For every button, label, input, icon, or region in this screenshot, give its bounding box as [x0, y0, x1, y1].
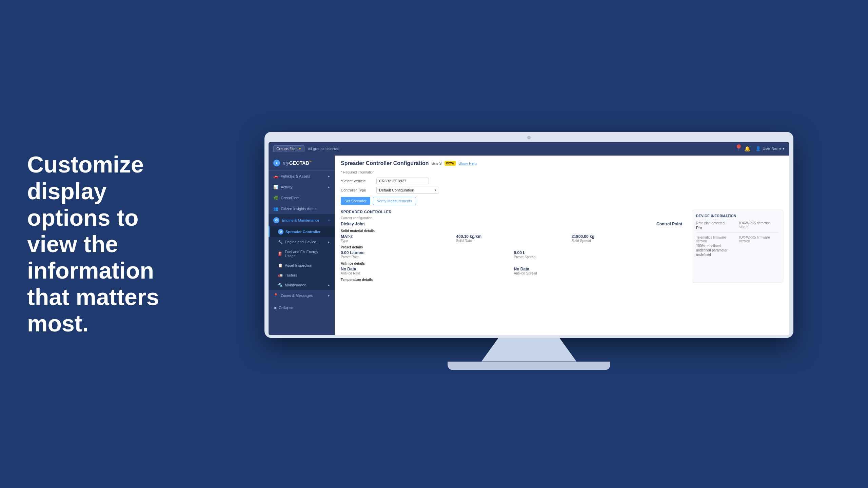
preset-rate-label: Preset Rate [341, 255, 509, 259]
anti-ice-spread-label: Anti-ice Spread [514, 271, 683, 275]
camera-dot [527, 136, 531, 139]
controller-form-row: Controller Type Default Configuration ▼ [341, 187, 783, 194]
vehicle-form-row: *Select Vehicle [341, 178, 783, 184]
iox-detection-label: IOX-WRK5 detection status [739, 221, 779, 229]
telematics-fw-label: Telematics firmware version [696, 236, 736, 243]
user-menu-button[interactable]: 👤 User Name ▾ [755, 146, 785, 151]
top-nav-bar: Groups filter ▼ All groups selected ? 1 … [269, 142, 789, 156]
sidebar-item-label: GreenFleet [281, 196, 299, 200]
spreader-section-title: SPREADER CONTROLLER [341, 210, 682, 214]
sidebar-subitem-maintenance[interactable]: 🔩 Maintenance... ▸ [269, 280, 335, 290]
sidebar-item-label: Engine & Maintenance [282, 218, 319, 222]
sidebar-item-label: Zones & Messages [281, 293, 313, 298]
sidebar-item-vehicles[interactable]: 🚗 Vehicles & Assets ▸ [269, 171, 335, 182]
page-title: Spreader Controller Configuration [341, 160, 429, 166]
solid-rate-label: Solid Rate [456, 239, 567, 243]
type-value: MAT-2 [341, 234, 451, 239]
notification-badge: 1 [737, 144, 741, 148]
anti-ice-spread-value: No Data [514, 267, 683, 271]
groups-filter-button[interactable]: Groups filter ▼ [273, 145, 304, 152]
device-info-title: DEVICE INFORMATION [696, 214, 779, 218]
sidebar-collapse-button[interactable]: ◀ Collapse [269, 302, 335, 313]
device-info-panel: DEVICE INFORMATION Rate plan detected Pr… [692, 210, 783, 283]
sidebar-logo: ● myGEOTAB™ [269, 156, 335, 171]
sidebar-subitem-label: Trailers [285, 273, 297, 277]
chevron-right-icon: ▸ [328, 283, 330, 287]
iox-fw-label: IOX-WRK5 firmware version [739, 236, 779, 243]
current-config-label: Current configuration [341, 216, 682, 220]
temperature-section: Temperature details [341, 278, 682, 282]
trailers-icon: 🚛 [278, 273, 283, 278]
vehicle-input[interactable] [376, 178, 429, 184]
chevron-right-icon: ▸ [328, 240, 330, 244]
action-buttons: Set Spreader Verify Measurements [341, 197, 783, 205]
control-point: Control Point [656, 222, 682, 226]
telematics-fw-value: 100% undefined undefined parameter undef… [696, 244, 736, 257]
verify-measurements-button[interactable]: Verify Measurements [373, 197, 416, 205]
preset-spread-label: Preset Spread [514, 255, 683, 259]
beta-badge: BETA [445, 161, 456, 166]
sidebar-item-citizen-insights[interactable]: 👥 Citizen Insights Admin [269, 203, 335, 214]
type-label: Type [341, 239, 451, 243]
all-groups-text: All groups selected [308, 147, 339, 151]
preset-rate-value: 0.00 L/tonne [341, 250, 509, 255]
citizen-insights-icon: 👥 [273, 206, 278, 211]
activity-icon: 📊 [273, 185, 278, 189]
main-content: Spreader Controller Configuration Sim-S … [335, 156, 789, 335]
chevron-right-icon: ▸ [328, 175, 330, 178]
solid-material-section: Solid material details MAT-2 Type 400.10… [341, 229, 682, 243]
sidebar-subitem-label: Maintenance... [285, 283, 309, 287]
sidebar-subitem-label: Asset Inspection [285, 263, 312, 267]
monitor-base [448, 362, 610, 370]
sidebar-item-greenfleet[interactable]: 🌿 GreenFleet [269, 192, 335, 203]
rate-plan-label: Rate plan detected [696, 221, 736, 225]
help-icon[interactable]: ? 1 [737, 146, 739, 151]
sidebar-item-label: Vehicles & Assets [281, 174, 310, 178]
spreader-controller-panel: SPREADER CONTROLLER Current configuratio… [341, 210, 682, 283]
solid-material-title: Solid material details [341, 229, 682, 233]
rate-plan-item: Rate plan detected Pro [696, 221, 736, 230]
iox-fw-item: IOX-WRK5 firmware version [739, 236, 779, 257]
solid-spread-label: Solid Spread [572, 239, 682, 243]
show-help-link[interactable]: Show Help [458, 161, 476, 165]
sidebar-subitem-spreader[interactable]: ⚙ Spreader Controller [269, 226, 335, 237]
fuel-icon: ⛽ [278, 251, 283, 256]
engine-icon: ⚙ [273, 217, 279, 223]
anti-ice-title: Anti-ice details [341, 262, 682, 265]
controller-label: Controller Type [341, 188, 373, 192]
sidebar-item-engine[interactable]: ⚙ Engine & Maintenance ▾ [269, 214, 335, 226]
sidebar-subitem-label: Spreader Controller [285, 230, 320, 234]
screen: Groups filter ▼ All groups selected ? 1 … [269, 142, 789, 335]
groups-filter-label: Groups filter [276, 147, 297, 151]
collapse-icon: ◀ [273, 305, 276, 310]
spreader-icon: ⚙ [278, 229, 283, 235]
logo-icon: ● [273, 160, 280, 166]
chevron-right-icon: ▸ [328, 294, 330, 297]
monitor-stand [481, 338, 576, 362]
collapse-label: Collapse [279, 306, 293, 310]
temperature-title: Temperature details [341, 278, 682, 282]
preset-section: Preset details 0.00 L/tonne Preset Rate … [341, 245, 682, 259]
sidebar-item-zones[interactable]: 📍 Zones & Messages ▸ [269, 290, 335, 301]
iox-detection-item: IOX-WRK5 detection status [739, 221, 779, 230]
engine-device-icon: 🔧 [278, 240, 283, 244]
sidebar-item-label: Citizen Insights Admin [281, 207, 317, 211]
preset-spread-value: 0.00 L [514, 250, 683, 255]
zones-icon: 📍 [273, 293, 278, 298]
sidebar-subitem-engine-device[interactable]: 🔧 Engine and Device... ▸ [269, 237, 335, 247]
sidebar-subitem-asset[interactable]: 📋 Asset Inspection [269, 261, 335, 270]
preset-title: Preset details [341, 245, 682, 249]
anti-ice-rate-label: Anti-ice Rate [341, 271, 509, 275]
solid-spread-value: 21800.00 kg [572, 234, 682, 239]
sidebar-subitem-fuel[interactable]: ⛽ Fuel and EV Energy Usage [269, 247, 335, 261]
maintenance-icon: 🔩 [278, 283, 283, 287]
sidebar-subitem-trailers[interactable]: 🚛 Trailers [269, 270, 335, 280]
controller-type-select[interactable]: Default Configuration [376, 187, 439, 194]
chevron-down-icon: ▼ [298, 147, 301, 150]
sidebar-item-label: Activity [281, 185, 293, 189]
sidebar-item-activity[interactable]: 📊 Activity ▸ [269, 182, 335, 192]
sim-label: Sim-S [432, 161, 442, 165]
solid-rate-value: 400.10 kg/km [456, 234, 567, 239]
set-spreader-button[interactable]: Set Spreader [341, 197, 370, 205]
bell-icon[interactable]: 🔔 [744, 146, 751, 152]
